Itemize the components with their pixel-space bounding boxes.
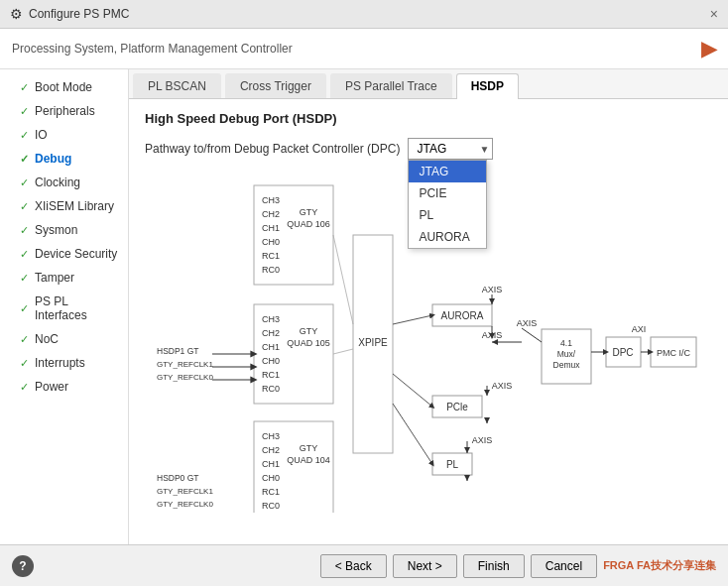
- svg-text:RC0: RC0: [262, 265, 280, 275]
- svg-text:HSDP0 GT: HSDP0 GT: [157, 473, 199, 483]
- check-icon: ✓: [20, 105, 29, 118]
- svg-text:AXIS: AXIS: [492, 381, 513, 391]
- svg-text:HSDP1 GT: HSDP1 GT: [157, 346, 199, 356]
- bottom-buttons: < Back Next > Finish Cancel FRGA FA技术分享连…: [320, 554, 716, 578]
- svg-text:CH2: CH2: [262, 209, 280, 219]
- check-icon: ✓: [20, 302, 29, 315]
- sidebar-label: Clocking: [35, 176, 80, 189]
- sidebar-label: Sysmon: [35, 223, 77, 237]
- svg-text:GTY_REFCLK1: GTY_REFCLK1: [157, 487, 213, 496]
- tab-ps-parallel-trace[interactable]: PS Parallel Trace: [330, 73, 452, 98]
- svg-text:CH3: CH3: [262, 195, 280, 205]
- tab-pl-bscan[interactable]: PL BSCAN: [133, 73, 221, 98]
- bottom-bar: ? < Back Next > Finish Cancel FRGA FA技术分…: [0, 544, 728, 586]
- check-icon: ✓: [20, 381, 29, 394]
- sidebar-item-power[interactable]: ✓ Power: [0, 375, 128, 399]
- tab-cross-trigger[interactable]: Cross Trigger: [225, 73, 326, 98]
- back-button[interactable]: < Back: [320, 554, 387, 578]
- svg-text:AXIS: AXIS: [482, 285, 503, 294]
- check-icon: ✓: [20, 248, 29, 261]
- svg-text:GTY: GTY: [300, 326, 318, 336]
- help-button[interactable]: ?: [12, 555, 34, 577]
- sidebar-label: PS PL Interfaces: [35, 294, 118, 322]
- svg-text:CH3: CH3: [262, 314, 280, 324]
- sidebar-item-interrupts[interactable]: ✓ Interrupts: [0, 351, 128, 375]
- pathway-dropdown-container: JTAG PCIE PL AURORA ▼ JTAG PCIE PL AUROR…: [408, 138, 493, 160]
- header-logo: ▶: [701, 37, 716, 60]
- sidebar-label: XIiSEM Library: [35, 199, 114, 213]
- svg-text:AURORA: AURORA: [441, 310, 484, 321]
- sidebar-item-tamper[interactable]: ✓ Tamper: [0, 266, 128, 290]
- svg-text:CH0: CH0: [262, 237, 280, 247]
- dropdown-option-pcie[interactable]: PCIE: [409, 182, 486, 204]
- svg-text:DPC: DPC: [612, 347, 633, 358]
- svg-text:CH1: CH1: [262, 223, 280, 233]
- svg-text:PMC I/C: PMC I/C: [657, 348, 691, 358]
- sidebar-item-device-security[interactable]: ✓ Device Security: [0, 242, 128, 266]
- sidebar-item-xiisem[interactable]: ✓ XIiSEM Library: [0, 194, 128, 218]
- sidebar-item-ps-pl[interactable]: ✓ PS PL Interfaces: [0, 290, 128, 327]
- next-button[interactable]: Next >: [393, 554, 457, 578]
- svg-text:QUAD 106: QUAD 106: [287, 219, 330, 229]
- tabs: PL BSCAN Cross Trigger PS Parallel Trace…: [129, 69, 728, 99]
- svg-text:RC1: RC1: [262, 251, 280, 261]
- dropdown-option-jtag[interactable]: JTAG: [409, 161, 486, 182]
- svg-text:AXI: AXI: [632, 324, 647, 334]
- header-subtitle: Processing System, Platform Management C…: [12, 42, 293, 56]
- hsdp-content: High Speed Debug Port (HSDP) Pathway to/…: [129, 99, 728, 525]
- sidebar-item-clocking[interactable]: ✓ Clocking: [0, 171, 128, 194]
- svg-text:RC1: RC1: [262, 370, 280, 380]
- svg-text:CH1: CH1: [262, 342, 280, 352]
- main-layout: ✓ Boot Mode ✓ Peripherals ✓ IO ✓ Debug ✓…: [0, 69, 728, 554]
- dropdown-menu: JTAG PCIE PL AURORA: [408, 160, 487, 249]
- svg-text:RC1: RC1: [262, 487, 280, 497]
- pathway-dropdown[interactable]: JTAG PCIE PL AURORA: [408, 138, 493, 160]
- title-bar: ⚙ Configure PS PMC ×: [0, 0, 728, 29]
- sidebar-label: Interrupts: [35, 356, 85, 370]
- dropdown-option-pl[interactable]: PL: [409, 204, 486, 226]
- svg-text:XPIPE: XPIPE: [358, 337, 388, 348]
- svg-text:GTY: GTY: [300, 443, 318, 453]
- svg-text:CH2: CH2: [262, 328, 280, 338]
- check-icon: ✓: [20, 357, 29, 370]
- sidebar-label: Tamper: [35, 271, 74, 285]
- svg-text:RC0: RC0: [262, 501, 280, 511]
- dpc-label: Pathway to/from Debug Packet Controller …: [145, 142, 400, 156]
- content-area: PL BSCAN Cross Trigger PS Parallel Trace…: [129, 69, 728, 554]
- svg-text:CH0: CH0: [262, 473, 280, 483]
- svg-text:PCle: PCle: [446, 402, 468, 412]
- header: Processing System, Platform Management C…: [0, 29, 728, 69]
- sidebar-item-debug[interactable]: ✓ Debug: [0, 147, 128, 171]
- svg-text:CH2: CH2: [262, 445, 280, 455]
- check-icon: ✓: [20, 81, 29, 94]
- finish-button[interactable]: Finish: [463, 554, 525, 578]
- hsdp-section-title: High Speed Debug Port (HSDP): [145, 111, 712, 126]
- check-icon: ✓: [20, 333, 29, 346]
- svg-text:QUAD 105: QUAD 105: [287, 338, 330, 348]
- svg-text:PL: PL: [446, 459, 459, 470]
- sidebar-item-io[interactable]: ✓ IO: [0, 123, 128, 147]
- svg-text:AXIS: AXIS: [517, 318, 538, 328]
- svg-text:AXIS: AXIS: [472, 435, 493, 445]
- check-icon: ✓: [20, 200, 29, 213]
- dpc-row: Pathway to/from Debug Packet Controller …: [145, 138, 712, 160]
- sidebar-item-boot-mode[interactable]: ✓ Boot Mode: [0, 75, 128, 99]
- sidebar: ✓ Boot Mode ✓ Peripherals ✓ IO ✓ Debug ✓…: [0, 69, 129, 554]
- close-button[interactable]: ×: [710, 6, 718, 22]
- sidebar-label: Boot Mode: [35, 80, 92, 94]
- sidebar-item-peripherals[interactable]: ✓ Peripherals: [0, 99, 128, 123]
- sidebar-label: Power: [35, 380, 68, 394]
- sidebar-label: IO: [35, 128, 48, 142]
- svg-text:GTY: GTY: [300, 207, 318, 217]
- sidebar-item-noc[interactable]: ✓ NoC: [0, 327, 128, 351]
- cancel-button[interactable]: Cancel: [531, 554, 597, 578]
- tab-hsdp[interactable]: HSDP: [456, 73, 519, 99]
- svg-text:RC0: RC0: [262, 384, 280, 394]
- svg-text:CH0: CH0: [262, 356, 280, 366]
- dropdown-option-aurora[interactable]: AURORA: [409, 226, 486, 248]
- check-icon: ✓: [20, 224, 29, 237]
- check-icon: ✓: [20, 129, 29, 142]
- check-icon: ✓: [20, 153, 29, 166]
- check-icon: ✓: [20, 176, 29, 189]
- sidebar-item-sysmon[interactable]: ✓ Sysmon: [0, 218, 128, 242]
